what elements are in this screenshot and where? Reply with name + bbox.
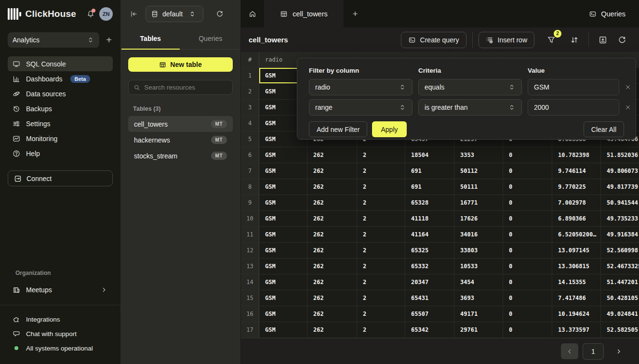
table-cell[interactable]: 51.852036 — [601, 147, 639, 163]
remove-filter-button[interactable] — [625, 104, 631, 110]
sidebar-item-data-sources[interactable]: Data sources — [8, 86, 113, 101]
filter-column-select[interactable]: radio — [309, 79, 413, 95]
table-cell[interactable]: 49171 — [454, 306, 503, 322]
table-cell[interactable]: 262 — [307, 243, 357, 259]
table-cell[interactable]: 13.373597 — [552, 322, 601, 338]
table-cell[interactable]: 41118 — [405, 211, 454, 227]
table-cell[interactable]: 262 — [307, 259, 357, 274]
filter-criteria-select[interactable]: equals — [418, 79, 522, 95]
sidebar-item-help[interactable]: Help — [8, 146, 113, 161]
collapse-panel-icon[interactable] — [130, 10, 138, 18]
sidebar-item-backups[interactable]: Backups — [8, 101, 113, 116]
table-list-item[interactable]: stocks_stream MT — [128, 148, 233, 164]
table-cell[interactable]: 17626 — [454, 211, 503, 227]
table-cell[interactable]: 6.890366 — [552, 211, 601, 227]
apply-button[interactable]: Apply — [372, 121, 406, 137]
row-number[interactable]: 6 — [241, 147, 259, 163]
table-cell[interactable]: 16771 — [454, 195, 503, 211]
table-cell[interactable]: 2 — [357, 179, 405, 195]
table-cell[interactable]: 6.52050200… — [552, 227, 601, 243]
refresh-icon[interactable] — [216, 10, 224, 18]
filter-button[interactable]: 2 — [545, 34, 558, 46]
filter-value-input[interactable] — [528, 99, 619, 116]
table-cell[interactable]: 0 — [503, 274, 552, 290]
table-cell[interactable]: 2 — [357, 306, 405, 322]
table-cell[interactable]: 10.782398 — [552, 147, 601, 163]
queries-button[interactable]: Queries — [589, 10, 626, 18]
next-page-button[interactable] — [613, 346, 625, 357]
row-number[interactable]: 13 — [241, 259, 259, 274]
remove-filter-button[interactable] — [625, 84, 631, 90]
table-cell[interactable]: 0 — [503, 243, 552, 259]
table-cell[interactable]: 50.941544 — [601, 195, 639, 211]
table-cell[interactable]: 0 — [503, 211, 552, 227]
page-number[interactable]: 1 — [583, 343, 604, 360]
table-cell[interactable]: 0 — [503, 290, 552, 306]
table-cell[interactable]: 0 — [503, 322, 552, 338]
table-cell[interactable]: 34016 — [454, 227, 503, 243]
table-cell[interactable]: 691 — [405, 179, 454, 195]
table-cell[interactable]: GSM — [259, 290, 307, 306]
table-cell[interactable]: GSM — [259, 179, 307, 195]
row-number[interactable]: 1 — [241, 68, 259, 84]
table-cell[interactable]: 13.097145 — [552, 243, 601, 259]
table-cell[interactable]: 262 — [307, 147, 357, 163]
table-cell[interactable]: 49.024841 — [601, 306, 639, 322]
table-cell[interactable]: 0 — [503, 147, 552, 163]
table-cell[interactable]: 262 — [307, 195, 357, 211]
new-table-button[interactable]: New table — [128, 57, 233, 72]
table-cell[interactable]: 20347 — [405, 274, 454, 290]
row-number[interactable]: 8 — [241, 179, 259, 195]
table-cell[interactable]: 65342 — [405, 322, 454, 338]
table-cell[interactable]: 9.746114 — [552, 163, 601, 179]
table-cell[interactable]: 50112 — [454, 163, 503, 179]
table-cell[interactable]: 49.806073 — [601, 163, 639, 179]
table-cell[interactable]: 52.560998 — [601, 243, 639, 259]
tab-cell-towers[interactable]: cell_towers — [264, 0, 344, 27]
table-cell[interactable]: GSM — [259, 243, 307, 259]
table-cell[interactable]: 2 — [357, 274, 405, 290]
database-select[interactable]: default — [146, 6, 203, 22]
row-number[interactable]: 10 — [241, 211, 259, 227]
avatar[interactable]: ZN — [99, 7, 113, 21]
table-cell[interactable]: 262 — [307, 211, 357, 227]
table-cell[interactable]: 7.002978 — [552, 195, 601, 211]
table-cell[interactable]: 262 — [307, 306, 357, 322]
table-cell[interactable]: 0 — [503, 163, 552, 179]
table-cell[interactable]: 52.582505 — [601, 322, 639, 338]
table-cell[interactable]: 14.15355 — [552, 274, 601, 290]
table-cell[interactable]: 3454 — [454, 274, 503, 290]
table-cell[interactable]: 49.916384 — [601, 227, 639, 243]
refresh-table-button[interactable] — [616, 34, 628, 46]
table-cell[interactable]: 33803 — [454, 243, 503, 259]
sidebar-item-settings[interactable]: Settings — [8, 116, 113, 131]
tab-tables[interactable]: Tables — [120, 27, 181, 49]
row-number[interactable]: 9 — [241, 195, 259, 211]
prev-page-button[interactable] — [561, 343, 578, 359]
table-cell[interactable]: 52.4673325 — [601, 259, 639, 274]
table-cell[interactable]: 10533 — [454, 259, 503, 274]
table-cell[interactable]: 262 — [307, 163, 357, 179]
table-cell[interactable]: 29761 — [454, 322, 503, 338]
search-input[interactable] — [144, 84, 227, 91]
system-status-link[interactable]: All systems operational — [8, 341, 113, 355]
table-cell[interactable]: 49.817739 — [601, 179, 639, 195]
table-cell[interactable]: 49.735233 — [601, 211, 639, 227]
table-cell[interactable]: 2 — [357, 322, 405, 338]
table-cell[interactable]: GSM — [259, 163, 307, 179]
table-cell[interactable]: 18504 — [405, 147, 454, 163]
sidebar-item-monitoring[interactable]: Monitoring — [8, 131, 113, 146]
table-cell[interactable]: 0 — [503, 195, 552, 211]
sort-button[interactable] — [568, 34, 581, 46]
row-number[interactable]: 12 — [241, 243, 259, 259]
table-cell[interactable]: 691 — [405, 163, 454, 179]
table-cell[interactable]: 262 — [307, 290, 357, 306]
row-number[interactable]: 15 — [241, 290, 259, 306]
table-cell[interactable]: 2 — [357, 259, 405, 274]
row-number[interactable]: 5 — [241, 131, 259, 147]
table-cell[interactable]: GSM — [259, 211, 307, 227]
search-resources[interactable] — [128, 80, 233, 95]
table-cell[interactable]: GSM — [259, 147, 307, 163]
table-cell[interactable]: 0 — [503, 227, 552, 243]
table-cell[interactable]: 10.194624 — [552, 306, 601, 322]
